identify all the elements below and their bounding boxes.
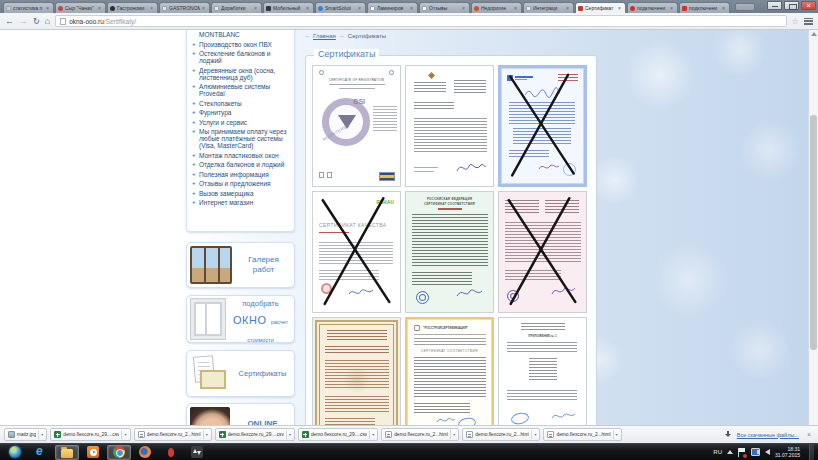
browser-tab[interactable]: Сертификат bbox=[575, 2, 626, 13]
minimize-button[interactable] bbox=[767, 1, 782, 10]
show-all-downloads-link[interactable]: Все скачанные файлы... bbox=[737, 432, 799, 438]
forward-icon[interactable] bbox=[19, 17, 28, 26]
sidebar-menu-item[interactable]: Мы принимаем оплату через любые платёжны… bbox=[192, 128, 289, 149]
download-item[interactable]: demo.flexcore.ru_29....csv bbox=[215, 428, 295, 441]
maximize-button[interactable] bbox=[784, 1, 799, 10]
tab-close-icon[interactable] bbox=[410, 6, 415, 11]
caret-down-icon[interactable] bbox=[534, 432, 536, 437]
tab-close-icon[interactable] bbox=[254, 6, 259, 11]
sidebar-menu-item[interactable]: Алюминиевые системы Provedal bbox=[192, 83, 289, 97]
tab-close-icon[interactable] bbox=[566, 6, 571, 11]
back-icon[interactable] bbox=[5, 17, 14, 26]
tab-close-icon[interactable] bbox=[670, 6, 675, 11]
sidebar-menu-item[interactable]: Остекление балконов и лоджий bbox=[192, 50, 289, 64]
sidebar-menu-item[interactable]: Производство окон ПВХ bbox=[192, 41, 289, 48]
tab-close-icon[interactable] bbox=[150, 6, 155, 11]
tab-close-icon[interactable] bbox=[202, 6, 207, 11]
sidebar-menu-item[interactable]: Интернет магазин bbox=[192, 199, 289, 206]
certificate-pink[interactable] bbox=[498, 191, 587, 313]
tab-close-icon[interactable] bbox=[358, 6, 363, 11]
tab-close-icon[interactable] bbox=[514, 6, 519, 11]
caret-down-icon[interactable] bbox=[289, 432, 291, 437]
certificate-sanitary-conclusion[interactable] bbox=[312, 317, 401, 425]
browser-tab[interactable]: Мобильный bbox=[263, 2, 314, 13]
download-item[interactable]: demo.flexcore.ru_29....csv bbox=[50, 428, 130, 441]
certificate-official-letter[interactable] bbox=[405, 65, 494, 187]
taskbar-app-button[interactable] bbox=[81, 445, 105, 460]
download-item[interactable]: matiz.jpg bbox=[4, 428, 47, 441]
page-scrollbar[interactable] bbox=[808, 30, 818, 425]
sidebar-menu-item[interactable]: Монтаж пластиковых окон bbox=[192, 152, 289, 159]
browser-tab[interactable]: подключени bbox=[627, 2, 678, 13]
breadcrumb-home-link[interactable]: Главная bbox=[313, 33, 336, 39]
sidebar-menu-item[interactable]: Услуги и сервис bbox=[192, 119, 289, 126]
tray-expand-icon[interactable] bbox=[727, 450, 733, 454]
home-icon[interactable] bbox=[45, 17, 50, 26]
scroll-up-icon[interactable] bbox=[811, 32, 817, 36]
tab-close-icon[interactable] bbox=[618, 6, 623, 11]
close-window-button[interactable] bbox=[801, 1, 816, 10]
sidebar-menu-item[interactable]: Деревянные окна (сосна, лиственница дуб) bbox=[192, 67, 289, 81]
taskbar-app-button[interactable] bbox=[55, 445, 79, 460]
caret-down-icon[interactable] bbox=[124, 432, 126, 437]
browser-tab[interactable]: Доработки bbox=[211, 2, 262, 13]
sidebar-menu-item[interactable]: Стеклопакеты bbox=[192, 100, 289, 107]
taskbar-app-button[interactable] bbox=[107, 445, 131, 460]
speaker-icon[interactable] bbox=[765, 449, 770, 455]
tab-close-icon[interactable] bbox=[722, 6, 727, 11]
caret-down-icon[interactable] bbox=[453, 432, 455, 437]
browser-tab[interactable]: SmartSoluti bbox=[315, 2, 366, 13]
certificate-bsi-registration[interactable]: CERTIFICATE OF REGISTRATION BSI REGISTER… bbox=[312, 65, 401, 187]
bookmark-star-icon[interactable] bbox=[792, 17, 799, 26]
tab-close-icon[interactable] bbox=[98, 6, 103, 11]
tab-close-icon[interactable] bbox=[46, 6, 51, 11]
scrollbar-thumb[interactable] bbox=[810, 115, 817, 350]
browser-tab[interactable]: подключени bbox=[679, 2, 730, 13]
certificate-rosstroy[interactable]: "РОССТРОЙСЕРТИФИКАЦИЯ" СЕРТИФИКАТ СООТВЕ… bbox=[405, 317, 494, 425]
caret-down-icon[interactable] bbox=[41, 432, 43, 437]
download-item[interactable]: demo.flexcore.ru_2...html bbox=[462, 428, 540, 441]
caret-down-icon[interactable] bbox=[206, 432, 208, 437]
caret-down-icon[interactable] bbox=[616, 432, 618, 437]
show-desktop-button[interactable] bbox=[809, 444, 814, 460]
download-item[interactable]: demo.flexcore.ru_2...html bbox=[543, 428, 621, 441]
taskbar-app-button[interactable] bbox=[133, 445, 157, 460]
download-item[interactable]: demo.flexcore.ru_2...html bbox=[381, 428, 459, 441]
close-downloads-bar-icon[interactable] bbox=[807, 431, 811, 438]
certificate-gost[interactable]: РОССИЙСКАЯ ФЕДЕРАЦИЯ СЕРТИФИКАТ СООТВЕТС… bbox=[405, 191, 494, 313]
sidebar-menu-item[interactable]: Фурнитура bbox=[192, 109, 289, 116]
window-calculator-widget[interactable]: подобрать ОКНО расчет стоимости bbox=[186, 295, 295, 343]
sidebar-menu-item[interactable]: Отделка балконов и лоджий bbox=[192, 161, 289, 168]
gallery-widget[interactable]: Галереяработ bbox=[186, 242, 295, 288]
browser-tab[interactable]: Недорогие bbox=[471, 2, 522, 13]
download-item[interactable]: demo.flexcore.ru_29....csv bbox=[298, 428, 378, 441]
browser-tab[interactable]: статистика п bbox=[3, 2, 54, 13]
online-consultant-widget[interactable]: ONLINE bbox=[186, 403, 295, 425]
tab-close-icon[interactable] bbox=[462, 6, 467, 11]
sidebar-menu-item[interactable]: Полезная информация bbox=[192, 171, 289, 178]
sidebar-menu-item[interactable]: Вызов замерщика bbox=[192, 190, 289, 197]
taskbar-app-button[interactable] bbox=[185, 445, 209, 460]
clock[interactable]: 18:3131.07.2015 bbox=[775, 446, 800, 458]
browser-tab[interactable]: Гастрономи bbox=[107, 2, 158, 13]
language-indicator[interactable]: RU bbox=[713, 449, 722, 455]
tab-close-icon[interactable] bbox=[306, 6, 311, 11]
certificate-rehau-quality[interactable]: REHAU СЕРТИФИКАТ КАЧЕСТВА bbox=[312, 191, 401, 313]
action-center-flag-icon[interactable] bbox=[738, 448, 746, 457]
download-item[interactable]: demo.flexcore.ru_2...html bbox=[134, 428, 212, 441]
sidebar-menu-item[interactable]: Отзывы и предложения bbox=[192, 180, 289, 187]
refresh-icon[interactable] bbox=[33, 17, 40, 26]
browser-tab[interactable]: Ламиниров bbox=[367, 2, 418, 13]
caret-down-icon[interactable] bbox=[372, 432, 374, 437]
browser-tab[interactable]: Сыр "Чанах" bbox=[55, 2, 106, 13]
browser-tab[interactable]: GASTRONOM bbox=[159, 2, 210, 13]
address-bar[interactable]: okna-ooo.ru/Sertifikaty/ bbox=[55, 15, 787, 27]
sidebar-menu-item[interactable]: MONTBLANC bbox=[192, 31, 289, 38]
browser-tab[interactable]: Отзывы bbox=[419, 2, 470, 13]
browser-menu-icon[interactable] bbox=[804, 18, 813, 25]
taskbar-app-button[interactable] bbox=[3, 445, 27, 460]
taskbar-app-button[interactable] bbox=[29, 445, 53, 460]
browser-tab[interactable]: Интеграци bbox=[523, 2, 574, 13]
new-tab-button[interactable] bbox=[735, 3, 755, 11]
certificate-marketing[interactable] bbox=[498, 65, 587, 187]
